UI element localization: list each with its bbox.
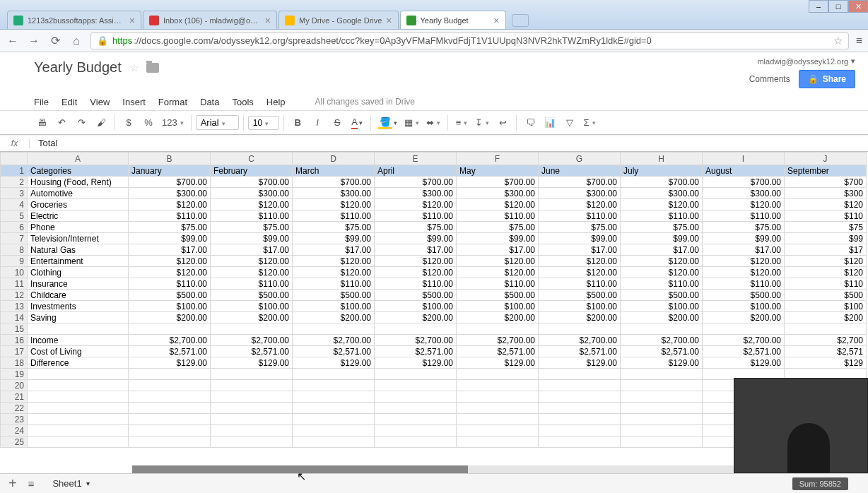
browser-tab[interactable]: 1213s2bussoftapps: Assignments× <box>7 11 141 29</box>
v-align-icon[interactable]: ↧ <box>472 114 492 132</box>
cell[interactable]: $99.00 <box>129 233 211 244</box>
cell[interactable]: $300.00 <box>375 188 457 199</box>
column-header[interactable]: H <box>621 153 703 165</box>
cell[interactable] <box>539 380 621 391</box>
cell[interactable]: $700.00 <box>211 177 293 188</box>
cell[interactable]: $75.00 <box>293 222 375 233</box>
cell[interactable]: $17.00 <box>539 244 621 256</box>
cell[interactable] <box>621 380 703 391</box>
cell[interactable] <box>375 323 457 335</box>
row-header[interactable]: 18 <box>1 357 28 369</box>
cell[interactable]: $300.00 <box>293 188 375 199</box>
cell[interactable] <box>621 369 703 380</box>
cell[interactable] <box>457 369 539 380</box>
cell[interactable]: $2,700 <box>785 335 867 346</box>
row-header[interactable]: 14 <box>1 312 28 323</box>
browser-tab[interactable]: Yearly Budget× <box>400 11 506 29</box>
row-header[interactable]: 4 <box>1 199 28 210</box>
cell[interactable] <box>375 391 457 403</box>
cell[interactable]: $110.00 <box>293 278 375 290</box>
italic-button[interactable]: I <box>308 114 327 132</box>
row-header[interactable]: 17 <box>1 346 28 357</box>
cell[interactable] <box>621 425 703 436</box>
close-tab-icon[interactable]: × <box>386 15 392 26</box>
cell[interactable]: $17.00 <box>621 244 703 256</box>
cell[interactable] <box>211 414 293 425</box>
number-format-button[interactable]: 123 <box>159 114 187 132</box>
cell[interactable] <box>539 391 621 403</box>
cell[interactable]: $120.00 <box>703 256 785 267</box>
row-header[interactable]: 8 <box>1 244 28 256</box>
cell[interactable] <box>28 369 129 380</box>
cell[interactable] <box>211 380 293 391</box>
cell[interactable] <box>293 323 375 335</box>
cell[interactable] <box>621 414 703 425</box>
cell[interactable]: $99.00 <box>375 233 457 244</box>
cell[interactable] <box>129 414 211 425</box>
cell[interactable]: $300 <box>785 188 867 199</box>
cell[interactable]: $110.00 <box>293 210 375 222</box>
cell[interactable]: $99.00 <box>621 233 703 244</box>
cell[interactable]: $120.00 <box>539 267 621 278</box>
column-header[interactable]: B <box>129 153 211 165</box>
cell[interactable]: $700.00 <box>129 177 211 188</box>
cell[interactable]: $500 <box>785 290 867 301</box>
cell[interactable]: $200.00 <box>539 312 621 323</box>
cell[interactable]: $2,571.00 <box>457 346 539 357</box>
cell[interactable]: $300.00 <box>211 188 293 199</box>
add-sheet-button[interactable]: + <box>8 475 17 492</box>
scrollbar-thumb[interactable] <box>132 465 468 473</box>
cell[interactable]: April <box>375 165 457 177</box>
cell[interactable]: Groceries <box>28 199 129 210</box>
folder-icon[interactable] <box>146 63 159 73</box>
cell[interactable] <box>28 414 129 425</box>
cell[interactable]: $2,571.00 <box>129 346 211 357</box>
cell[interactable] <box>129 425 211 436</box>
row-header[interactable]: 7 <box>1 233 28 244</box>
cell[interactable]: $110.00 <box>703 278 785 290</box>
cell[interactable]: $100.00 <box>211 301 293 312</box>
cell[interactable]: $2,571.00 <box>293 346 375 357</box>
font-size-selector[interactable]: 10 <box>248 116 279 130</box>
cell[interactable]: $120.00 <box>375 199 457 210</box>
column-header[interactable]: A <box>28 153 129 165</box>
cell[interactable]: $120.00 <box>211 199 293 210</box>
cell[interactable]: $129 <box>785 357 867 369</box>
row-header[interactable]: 19 <box>1 369 28 380</box>
column-header[interactable]: E <box>375 153 457 165</box>
cell[interactable] <box>211 323 293 335</box>
cell[interactable]: $500.00 <box>703 290 785 301</box>
cell[interactable] <box>28 323 129 335</box>
cell[interactable]: Phone <box>28 222 129 233</box>
cell[interactable] <box>211 403 293 414</box>
functions-icon[interactable]: Σ <box>580 114 599 132</box>
cell[interactable] <box>457 380 539 391</box>
cell[interactable] <box>293 436 375 448</box>
cell[interactable]: Difference <box>28 357 129 369</box>
cell[interactable]: $110.00 <box>621 278 703 290</box>
cell[interactable]: $120.00 <box>457 267 539 278</box>
cell[interactable] <box>621 323 703 335</box>
reload-button[interactable]: ⟳ <box>48 34 62 48</box>
cell[interactable]: Television/Internet <box>28 233 129 244</box>
row-header[interactable]: 10 <box>1 267 28 278</box>
cell[interactable] <box>375 414 457 425</box>
menu-tools[interactable]: Tools <box>232 97 253 107</box>
new-tab-button[interactable] <box>512 14 529 27</box>
url-input[interactable]: 🔒 https ://docs.google.com/a/odysseyk12.… <box>90 32 849 49</box>
close-tab-icon[interactable]: × <box>129 15 135 26</box>
cell[interactable] <box>28 380 129 391</box>
cell[interactable]: $110 <box>785 278 867 290</box>
cell[interactable]: $110.00 <box>211 278 293 290</box>
cell[interactable] <box>293 403 375 414</box>
bookmark-star-icon[interactable]: ☆ <box>833 35 843 47</box>
font-selector[interactable]: Arial <box>196 115 239 130</box>
cell[interactable] <box>375 380 457 391</box>
cell[interactable]: Cost of Living <box>28 346 129 357</box>
cell[interactable] <box>457 436 539 448</box>
row-header[interactable]: 11 <box>1 278 28 290</box>
cell[interactable]: $120 <box>785 199 867 210</box>
cell[interactable]: $700 <box>785 177 867 188</box>
cell[interactable]: $75.00 <box>457 222 539 233</box>
cell[interactable]: $120.00 <box>293 199 375 210</box>
